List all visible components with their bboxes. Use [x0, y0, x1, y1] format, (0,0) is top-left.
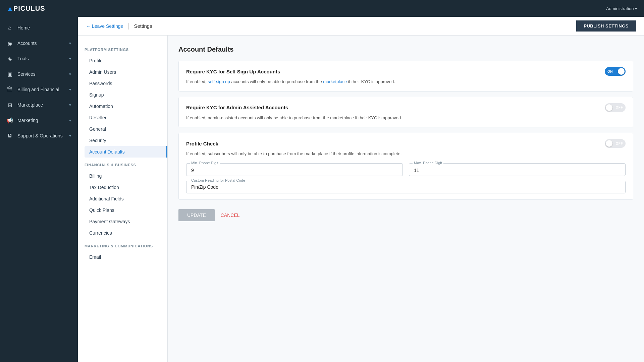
- settings-sidebar: PLATFORM SETTINGS Profile Admin Users Pa…: [78, 36, 168, 362]
- settings-nav-quick-plans[interactable]: Quick Plans: [85, 204, 167, 216]
- sidebar-item-label: Accounts: [17, 41, 37, 46]
- platform-section-title: PLATFORM SETTINGS: [85, 48, 167, 52]
- max-phone-value: 11: [414, 168, 621, 173]
- settings-nav-general[interactable]: General: [85, 123, 167, 135]
- sidebar-item-marketplace[interactable]: ⊞ Marketplace ▼: [0, 97, 78, 113]
- body-layout: PLATFORM SETTINGS Profile Admin Users Pa…: [78, 36, 644, 362]
- chevron-down-icon: ▼: [68, 42, 72, 45]
- toggle-card-header: Profile Check OFF: [186, 139, 626, 148]
- sidebar-item-label: Marketplace: [17, 102, 43, 108]
- settings-nav-passwords[interactable]: Passwords: [85, 78, 167, 89]
- max-phone-label: Max. Phone Digit: [413, 161, 443, 165]
- sidebar-item-accounts[interactable]: ◉ Accounts ▼: [0, 36, 78, 51]
- chevron-down-icon: ▼: [68, 88, 72, 92]
- toggle-knob: [606, 104, 612, 111]
- main-layout: ⌂ Home ◉ Accounts ▼ ◈ Trials ▼ ▣ Service…: [0, 17, 644, 362]
- marketplace-link[interactable]: marketplace: [323, 79, 347, 84]
- min-phone-label: Min. Phone Digit: [190, 161, 220, 165]
- marketing-section-title: MARKETING & COMMUNICATIONS: [85, 244, 167, 248]
- sidebar-item-label: Billing and Financial: [17, 87, 59, 92]
- toggle-card-header: Require KYC for Admin Assisted Accounts …: [186, 103, 626, 112]
- settings-nav-reseller[interactable]: Reseller: [85, 112, 167, 123]
- profile-check-title: Profile Check: [186, 141, 218, 146]
- sidebar-item-services[interactable]: ▣ Services ▼: [0, 66, 78, 82]
- min-phone-digit-field[interactable]: Min. Phone Digit 9: [186, 163, 403, 176]
- settings-nav-payment-gateways[interactable]: Payment Gateways: [85, 216, 167, 227]
- chevron-down-icon: ▼: [68, 103, 72, 107]
- sub-header: ← Leave Settings Settings PUBLISH SETTIN…: [78, 17, 644, 36]
- settings-nav-billing[interactable]: Billing: [85, 170, 167, 182]
- sidebar-item-marketing[interactable]: 📢 Marketing ▼: [0, 113, 78, 128]
- toggle-off-label: OFF: [616, 142, 623, 145]
- settings-nav-tax-deduction[interactable]: Tax Deduction: [85, 182, 167, 193]
- kyc-admin-toggle[interactable]: OFF: [605, 103, 626, 112]
- sidebar: ⌂ Home ◉ Accounts ▼ ◈ Trials ▼ ▣ Service…: [0, 17, 78, 362]
- kyc-self-signup-title: Require KYC for Self Sign Up Accounts: [186, 69, 280, 74]
- marketing-icon: 📢: [6, 117, 13, 124]
- content-area: ← Leave Settings Settings PUBLISH SETTIN…: [78, 17, 644, 362]
- cancel-button[interactable]: CANCEL: [221, 213, 240, 218]
- home-icon: ⌂: [6, 24, 13, 32]
- max-phone-digit-field[interactable]: Max. Phone Digit 11: [409, 163, 626, 176]
- financials-section-title: FINANCIALS & BUSINESS: [85, 163, 167, 167]
- action-buttons: UPDATE CANCEL: [178, 209, 633, 221]
- sidebar-item-label: Marketing: [17, 118, 38, 123]
- settings-nav-admin-users[interactable]: Admin Users: [85, 66, 167, 78]
- publish-settings-button[interactable]: PUBLISH SETTINGS: [576, 20, 636, 32]
- support-icon: 🖥: [6, 132, 13, 139]
- sidebar-item-label: Support & Operations: [17, 133, 63, 138]
- back-link[interactable]: ← Leave Settings: [86, 23, 123, 29]
- settings-nav-signup[interactable]: Signup: [85, 89, 167, 101]
- profile-check-card: Profile Check OFF If enabled, subscriber…: [178, 133, 633, 200]
- kyc-admin-card: Require KYC for Admin Assisted Accounts …: [178, 97, 633, 128]
- billing-icon: 🏛: [6, 86, 13, 93]
- postal-code-value: Pin/Zip Code: [191, 184, 621, 190]
- divider: [128, 23, 129, 29]
- kyc-admin-title: Require KYC for Admin Assisted Accounts: [186, 105, 288, 110]
- logo: ▲PICULUS: [7, 4, 45, 13]
- update-button[interactable]: UPDATE: [178, 209, 215, 221]
- chevron-down-icon: ▼: [68, 72, 72, 76]
- sidebar-item-label: Services: [17, 71, 36, 77]
- phone-digit-fields: Min. Phone Digit 9 Max. Phone Digit 11: [186, 163, 626, 176]
- postal-code-label: Custom Heading for Postal Code: [190, 178, 247, 182]
- settings-nav-account-defaults[interactable]: Account Defaults: [85, 146, 167, 158]
- toggle-card-header: Require KYC for Self Sign Up Accounts ON: [186, 67, 626, 76]
- settings-main: Account Defaults Require KYC for Self Si…: [168, 36, 644, 362]
- admin-menu[interactable]: Administration ▾: [606, 6, 637, 11]
- settings-nav-email[interactable]: Email: [85, 251, 167, 263]
- sidebar-item-home[interactable]: ⌂ Home: [0, 20, 78, 36]
- marketplace-icon: ⊞: [6, 101, 13, 109]
- sub-header-left: ← Leave Settings Settings: [86, 23, 152, 29]
- sidebar-item-billing[interactable]: 🏛 Billing and Financial ▼: [0, 82, 78, 97]
- kyc-self-signup-desc: If enabled, self-sign up accounts will o…: [186, 78, 626, 85]
- kyc-self-signup-toggle[interactable]: ON: [605, 67, 626, 76]
- postal-code-field[interactable]: Custom Heading for Postal Code Pin/Zip C…: [186, 181, 626, 193]
- toggle-knob: [618, 68, 625, 75]
- toggle-off-label: OFF: [616, 106, 623, 109]
- kyc-admin-desc: If enabled, admin-assisted accounts will…: [186, 115, 626, 121]
- settings-nav-additional-fields[interactable]: Additional Fields: [85, 193, 167, 204]
- page-title: Account Defaults: [178, 46, 633, 53]
- profile-check-toggle[interactable]: OFF: [605, 139, 626, 148]
- settings-nav-automation[interactable]: Automation: [85, 101, 167, 112]
- toggle-knob: [606, 140, 612, 147]
- self-sign-up-link[interactable]: self-sign up: [208, 79, 230, 84]
- trials-icon: ◈: [6, 55, 13, 62]
- profile-check-desc: If enabled, subscribers will only be abl…: [186, 150, 626, 157]
- min-phone-value: 9: [191, 168, 398, 173]
- sidebar-item-label: Trials: [17, 56, 29, 61]
- chevron-down-icon: ▼: [68, 134, 72, 138]
- top-navbar: ▲PICULUS Administration ▾: [0, 0, 644, 17]
- sidebar-item-trials[interactable]: ◈ Trials ▼: [0, 51, 78, 66]
- kyc-self-signup-card: Require KYC for Self Sign Up Accounts ON…: [178, 61, 633, 92]
- sidebar-item-label: Home: [17, 25, 30, 31]
- sidebar-item-support[interactable]: 🖥 Support & Operations ▼: [0, 128, 78, 143]
- settings-nav-currencies[interactable]: Currencies: [85, 227, 167, 239]
- settings-nav-profile[interactable]: Profile: [85, 55, 167, 66]
- settings-title: Settings: [134, 23, 152, 29]
- toggle-on-label: ON: [607, 70, 613, 73]
- chevron-down-icon: ▼: [68, 57, 72, 61]
- accounts-icon: ◉: [6, 40, 13, 47]
- settings-nav-security[interactable]: Security: [85, 135, 167, 146]
